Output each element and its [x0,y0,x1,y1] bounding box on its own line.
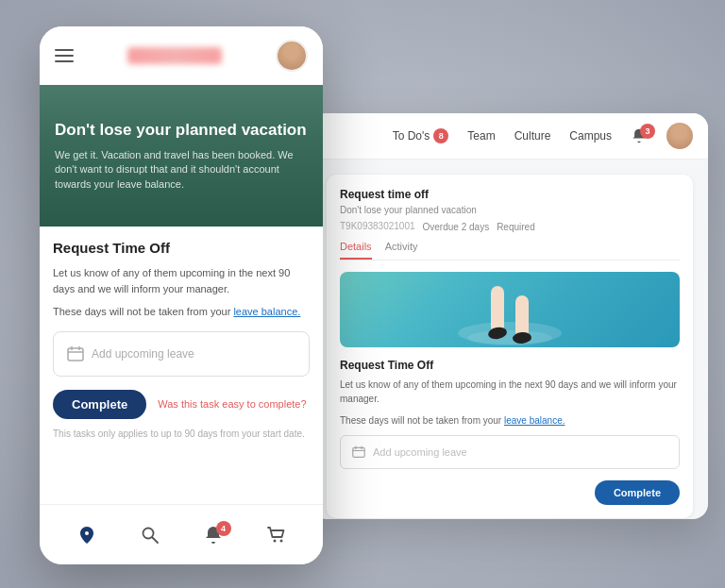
request-desc-1: Let us know of any of them upcoming in t… [53,265,310,296]
svg-line-7 [152,537,158,543]
nav-team[interactable]: Team [467,129,495,143]
tab-activity[interactable]: Activity [385,241,418,260]
desktop-bell-badge: 3 [640,124,655,139]
desktop-body: Request time off Don't lose your planned… [312,160,708,519]
detail-tabs: Details Activity [340,241,680,260]
desktop-nav-bell[interactable]: 3 [631,127,648,144]
content-title: Request Time Off [340,359,680,372]
mobile-logo [127,47,222,64]
svg-rect-16 [353,447,364,457]
nav-bell[interactable]: 4 [203,525,224,546]
svg-rect-0 [68,348,83,361]
request-desc-2: These days will not be taken from your l… [53,304,310,320]
mobile-header [40,26,323,85]
svg-point-11 [467,330,552,345]
add-leave-box[interactable]: Add upcoming leave [53,331,310,377]
avatar[interactable] [276,40,308,72]
content-text-2: These days will not be taken from your l… [340,413,680,428]
mobile-card: Don't lose your planned vacation We get … [40,26,323,564]
bottom-nav: 4 [40,504,323,564]
detail-card-subtitle: Don't lose your planned vacation [340,205,680,215]
desktop-add-leave[interactable]: Add upcoming leave [340,435,680,469]
svg-point-8 [273,539,276,542]
detail-ref: T9K09383021001 [340,221,415,231]
mobile-content: Request Time Off Let us know of any of t… [40,227,323,452]
hero-title: Don't lose your planned vacation [55,120,308,141]
location-icon [76,525,97,546]
svg-point-6 [143,528,153,538]
search-icon [140,525,160,546]
request-title: Request Time Off [53,240,310,256]
leave-balance-link[interactable]: leave balance. [233,306,300,317]
detail-card: Request time off Don't lose your planned… [327,175,693,518]
svg-rect-13 [515,295,529,338]
cart-icon [266,525,287,546]
nav-search[interactable] [140,525,160,546]
nav-campus[interactable]: Campus [569,129,612,143]
content-leave-link[interactable]: leave balance. [504,415,565,426]
svg-rect-12 [491,286,504,333]
hero-image [340,272,680,347]
nav-culture[interactable]: Culture [514,129,551,143]
hero-text: We get it. Vacation and travel has been … [55,148,308,192]
complete-button[interactable]: Complete [53,390,146,419]
desktop-add-leave-label: Add upcoming leave [373,446,467,458]
desktop-calendar-icon [352,445,365,459]
mobile-hero: Don't lose your planned vacation We get … [40,85,323,227]
detail-required: Required [497,222,535,232]
mobile-actions: Complete Was this task easy to complete? [53,390,310,419]
note-text: This tasks only applies to up to 90 days… [53,428,310,439]
add-leave-placeholder: Add upcoming leave [92,347,194,361]
desktop-complete-button[interactable]: Complete [595,480,680,505]
desktop-nav: To Do's 8 Team Culture Campus 3 [312,113,708,160]
detail-card-title: Request time off [340,188,680,201]
desktop-card: To Do's 8 Team Culture Campus 3 Request … [312,113,708,519]
nav-todos[interactable]: To Do's 8 [393,128,449,143]
todos-badge: 8 [433,128,448,143]
easy-question[interactable]: Was this task easy to complete? [158,398,306,410]
feet-illustration [453,281,566,347]
content-text-1: Let us know of any of them upcoming in t… [340,378,680,406]
desktop-avatar[interactable] [666,123,693,149]
nav-cart[interactable] [266,525,287,546]
svg-point-5 [85,531,89,535]
tab-details[interactable]: Details [340,241,372,260]
bell-badge: 4 [216,521,231,536]
hamburger-icon[interactable] [55,49,74,62]
detail-overdue: Overdue 2 days [423,222,490,232]
nav-location[interactable] [76,525,97,546]
svg-point-9 [279,539,282,542]
calendar-icon [67,345,84,362]
